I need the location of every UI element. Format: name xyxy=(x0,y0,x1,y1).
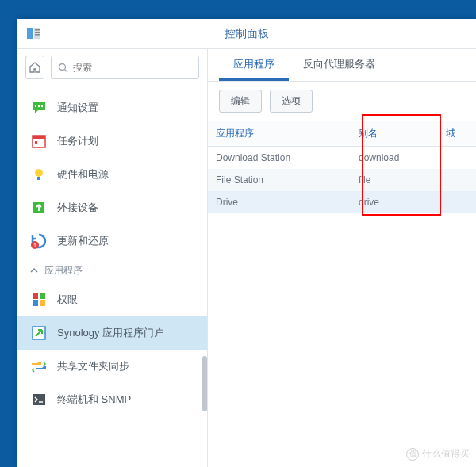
sidebar-item-hardware-power[interactable]: 硬件和电源 xyxy=(17,158,207,191)
window-title: 控制面板 xyxy=(225,27,269,41)
col-domain[interactable]: 域 xyxy=(438,121,476,146)
watermark: 值 什么值得买 xyxy=(406,447,470,461)
svg-rect-3 xyxy=(35,32,40,33)
nav: 通知设置 任务计划 硬件和电源 外接设备 1 更新和还原 xyxy=(17,86,207,467)
col-application[interactable]: 应用程序 xyxy=(208,121,351,146)
options-button[interactable]: 选项 xyxy=(270,90,313,113)
tiles-icon xyxy=(30,291,48,308)
svg-text:1: 1 xyxy=(33,242,37,249)
tabs: 应用程序 反向代理服务器 xyxy=(208,49,476,82)
cell-app: Drive xyxy=(208,191,351,213)
svg-rect-23 xyxy=(33,394,45,405)
sidebar-item-label: 通知设置 xyxy=(57,101,98,115)
sidebar-item-task-scheduler[interactable]: 任务计划 xyxy=(17,124,207,158)
content: 通知设置 任务计划 硬件和电源 外接设备 1 更新和还原 xyxy=(17,49,476,467)
scrollbar[interactable] xyxy=(202,356,207,411)
sidebar-item-external-devices[interactable]: 外接设备 xyxy=(17,191,207,224)
sidebar-section-label: 应用程序 xyxy=(44,264,83,278)
sidebar-item-label: 更新和还原 xyxy=(57,234,109,248)
home-button[interactable] xyxy=(25,56,44,79)
search-box[interactable] xyxy=(51,56,199,79)
terminal-icon xyxy=(30,391,48,408)
svg-rect-0 xyxy=(27,28,33,39)
chat-icon xyxy=(30,99,48,117)
sidebar-item-label: Synology 应用程序门户 xyxy=(57,326,164,340)
table-row[interactable]: Drive drive xyxy=(208,191,476,213)
sync-icon xyxy=(30,358,48,375)
sidebar: 通知设置 任务计划 硬件和电源 外接设备 1 更新和还原 xyxy=(17,49,208,467)
search-icon xyxy=(58,63,68,73)
cell-app: Download Station xyxy=(208,147,351,169)
app-icon xyxy=(27,28,43,40)
sidebar-item-label: 任务计划 xyxy=(57,134,98,148)
cell-domain xyxy=(438,147,476,169)
table-body: Download Station download File Station f… xyxy=(208,147,476,213)
device-icon xyxy=(30,199,48,216)
sidebar-item-shared-folder-sync[interactable]: 共享文件夹同步 xyxy=(17,350,207,383)
sidebar-item-label: 硬件和电源 xyxy=(57,167,109,182)
svg-rect-4 xyxy=(35,34,40,36)
watermark-badge: 值 xyxy=(406,448,419,461)
sidebar-item-update-restore[interactable]: 1 更新和还原 xyxy=(17,224,207,258)
svg-rect-19 xyxy=(40,293,45,299)
svg-point-9 xyxy=(41,105,43,107)
table-header: 应用程序 别名 域 xyxy=(208,121,476,147)
svg-point-7 xyxy=(35,105,36,107)
tab-applications[interactable]: 应用程序 xyxy=(219,49,289,81)
cell-alias: drive xyxy=(351,191,438,213)
cell-app: File Station xyxy=(208,169,351,191)
bulb-icon xyxy=(30,166,48,183)
table-row[interactable]: Download Station download xyxy=(208,147,476,169)
cell-alias: download xyxy=(351,147,438,169)
svg-point-13 xyxy=(35,169,43,177)
sidebar-item-label: 共享文件夹同步 xyxy=(57,359,129,373)
col-alias[interactable]: 别名 xyxy=(351,121,438,146)
svg-rect-14 xyxy=(37,177,40,180)
svg-rect-12 xyxy=(35,141,37,144)
sidebar-item-label: 外接设备 xyxy=(57,201,98,215)
svg-point-5 xyxy=(60,63,66,70)
sidebar-item-terminal-snmp[interactable]: 终端机和 SNMP xyxy=(17,383,207,416)
svg-rect-18 xyxy=(33,293,38,299)
sidebar-section-apps[interactable]: 应用程序 xyxy=(17,258,207,283)
sidebar-item-notifications[interactable]: 通知设置 xyxy=(17,91,207,124)
sidebar-top xyxy=(17,49,207,86)
sidebar-item-label: 终端机和 SNMP xyxy=(57,392,131,407)
search-input[interactable] xyxy=(73,62,192,73)
cell-domain xyxy=(438,191,476,213)
sidebar-item-privileges[interactable]: 权限 xyxy=(17,283,207,316)
svg-rect-21 xyxy=(40,300,45,306)
portal-icon xyxy=(30,324,48,342)
svg-rect-2 xyxy=(35,29,40,31)
svg-line-6 xyxy=(65,69,68,72)
titlebar: 控制面板 xyxy=(17,19,476,49)
sidebar-item-app-portal[interactable]: Synology 应用程序门户 xyxy=(17,316,207,350)
sidebar-item-label: 权限 xyxy=(57,293,78,307)
main: 应用程序 反向代理服务器 编辑 选项 应用程序 别名 域 Download St… xyxy=(208,49,476,467)
home-icon xyxy=(29,61,41,74)
tab-reverse-proxy[interactable]: 反向代理服务器 xyxy=(289,49,390,81)
edit-button[interactable]: 编辑 xyxy=(219,90,262,113)
svg-rect-20 xyxy=(33,300,38,306)
app-table: 应用程序 别名 域 Download Station download File… xyxy=(208,121,476,467)
cell-domain xyxy=(438,169,476,191)
toolbar: 编辑 选项 xyxy=(208,82,476,121)
control-panel-window: 控制面板 通知设置 任务计划 xyxy=(17,19,476,467)
update-icon: 1 xyxy=(30,232,48,250)
watermark-text: 什么值得买 xyxy=(422,447,470,461)
svg-point-8 xyxy=(38,105,40,107)
chevron-up-icon xyxy=(30,266,38,274)
table-row[interactable]: File Station file xyxy=(208,169,476,191)
calendar-icon xyxy=(30,132,48,150)
svg-rect-11 xyxy=(33,136,45,139)
cell-alias: file xyxy=(351,169,438,191)
